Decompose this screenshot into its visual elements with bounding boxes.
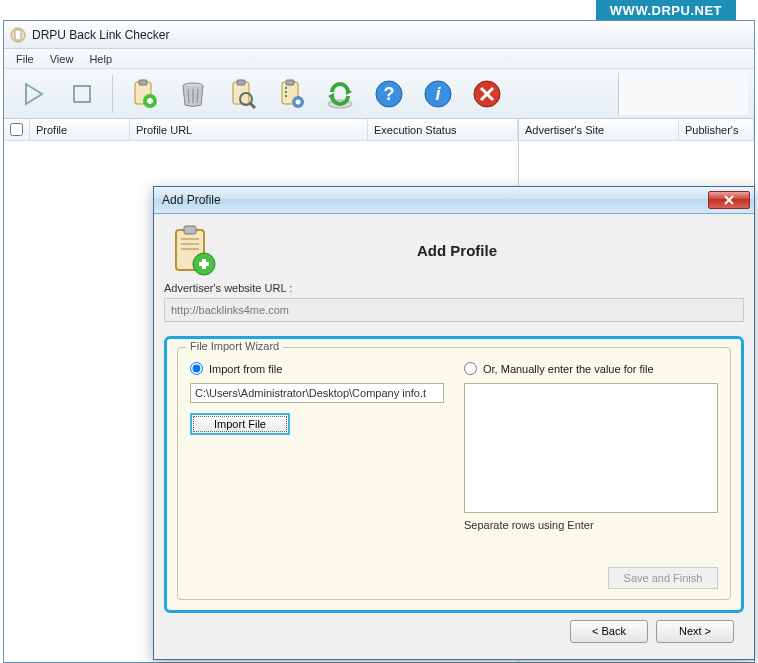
radio-import-label: Import from file: [209, 363, 282, 375]
svg-text:?: ?: [383, 84, 394, 104]
website-banner: WWW.DRPU.NET: [596, 0, 736, 21]
dialog-heading: Add Profile: [230, 242, 744, 259]
wizard-columns: Import from file Import File Or, Manuall…: [190, 362, 718, 559]
svg-point-23: [295, 99, 300, 104]
radio-import-input[interactable]: [190, 362, 203, 375]
menu-file[interactable]: File: [8, 51, 42, 67]
close-button[interactable]: [464, 73, 509, 115]
column-publishers[interactable]: Publisher's: [679, 119, 754, 140]
back-button[interactable]: < Back: [570, 620, 648, 643]
column-profile[interactable]: Profile: [30, 119, 130, 140]
menu-help[interactable]: Help: [81, 51, 120, 67]
url-label: Advertiser's website URL :: [164, 282, 744, 294]
svg-rect-18: [286, 80, 294, 85]
radio-manual-label: Or, Manually enter the value for file: [483, 363, 654, 375]
clipboard-add-icon: [168, 224, 216, 276]
refresh-button[interactable]: [317, 73, 362, 115]
next-button[interactable]: Next >: [656, 620, 734, 643]
manual-entry-textarea[interactable]: [464, 383, 718, 513]
wizard-legend: File Import Wizard: [186, 340, 283, 352]
info-button[interactable]: i: [415, 73, 460, 115]
right-column-headers: Advertiser's Site Publisher's: [519, 119, 754, 141]
dialog-titlebar[interactable]: Add Profile: [154, 187, 754, 214]
dialog-close-button[interactable]: [708, 191, 750, 209]
dialog-title: Add Profile: [162, 193, 708, 207]
column-profile-url[interactable]: Profile URL: [130, 119, 368, 140]
search-profile-button[interactable]: [219, 73, 264, 115]
stop-button[interactable]: [59, 73, 104, 115]
file-path-input[interactable]: [190, 383, 444, 403]
column-execution-status[interactable]: Execution Status: [368, 119, 518, 140]
svg-rect-43: [202, 259, 206, 269]
advertiser-url-input: [164, 298, 744, 322]
left-column-headers: Profile Profile URL Execution Status: [4, 119, 518, 141]
url-section: Advertiser's website URL :: [164, 282, 744, 322]
toolbar-separator: [112, 75, 113, 113]
svg-rect-20: [285, 91, 287, 93]
svg-rect-5: [139, 80, 147, 85]
svg-marker-2: [26, 84, 42, 104]
svg-rect-37: [184, 226, 196, 234]
svg-rect-8: [148, 98, 151, 104]
window-title: DRPU Back Link Checker: [32, 28, 169, 42]
svg-rect-1: [15, 30, 21, 40]
app-icon: [10, 27, 26, 43]
svg-rect-21: [285, 95, 287, 97]
toolbar: ? i: [4, 69, 754, 119]
svg-rect-19: [285, 87, 287, 89]
settings-profile-button[interactable]: [268, 73, 313, 115]
svg-rect-40: [181, 248, 199, 250]
select-all-checkbox[interactable]: [10, 123, 23, 136]
radio-manual-entry[interactable]: Or, Manually enter the value for file: [464, 362, 718, 375]
svg-rect-3: [74, 86, 90, 102]
separate-rows-label: Separate rows using Enter: [464, 519, 718, 531]
svg-rect-38: [181, 238, 199, 240]
radio-import-from-file[interactable]: Import from file: [190, 362, 444, 375]
dialog-header: Add Profile: [164, 220, 744, 280]
wizard-left-column: Import from file Import File: [190, 362, 444, 559]
toolbar-right-panel: [618, 73, 748, 115]
import-file-button[interactable]: Import File: [190, 413, 290, 435]
save-and-finish-button: Save and Finish: [608, 567, 718, 589]
wizard-fieldset: File Import Wizard Import from file Impo…: [177, 347, 731, 600]
dialog-body: Add Profile Advertiser's website URL : F…: [154, 214, 754, 659]
column-advertisers-site[interactable]: Advertiser's Site: [519, 119, 679, 140]
file-import-wizard: File Import Wizard Import from file Impo…: [164, 336, 744, 613]
svg-rect-14: [237, 80, 245, 85]
wizard-right-column: Or, Manually enter the value for file Se…: [464, 362, 718, 559]
add-profile-button[interactable]: [121, 73, 166, 115]
play-button[interactable]: [10, 73, 55, 115]
titlebar: DRPU Back Link Checker: [4, 21, 754, 49]
add-profile-dialog: Add Profile Add Profile Advertiser's web…: [153, 186, 755, 660]
delete-button[interactable]: [170, 73, 215, 115]
svg-line-16: [250, 103, 255, 108]
column-checkbox[interactable]: [4, 119, 30, 140]
svg-rect-39: [181, 243, 199, 245]
dialog-footer: < Back Next >: [164, 613, 744, 649]
menubar: File View Help: [4, 49, 754, 69]
radio-manual-input[interactable]: [464, 362, 477, 375]
help-button[interactable]: ?: [366, 73, 411, 115]
menu-view[interactable]: View: [42, 51, 82, 67]
